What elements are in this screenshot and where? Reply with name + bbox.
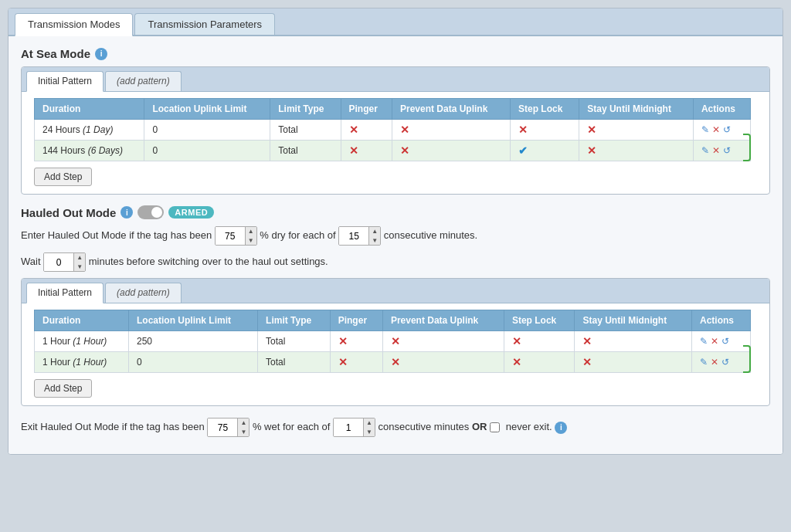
enter-pct-value[interactable] [216, 227, 245, 245]
hauled-out-tab-initial[interactable]: Initial Pattern [26, 283, 104, 303]
never-exit-label: never exit. [506, 421, 552, 432]
exit-minutes-up[interactable]: ▲ [364, 418, 375, 428]
row-prevent-uplink: ✕ [382, 352, 504, 373]
edit-icon[interactable]: ✎ [700, 336, 708, 347]
refresh-icon[interactable]: ↺ [721, 357, 729, 368]
col-uplink-limit: Location Uplink Limit [144, 99, 270, 120]
exit-minutes-input[interactable]: ▲ ▼ [333, 418, 375, 437]
table-row: 24 Hours (1 Day) 0 Total ✕ ✕ ✕ ✕ ✎ [35, 120, 751, 141]
row-limit-type: Total [258, 331, 331, 352]
row-uplink-limit: 0 [144, 141, 270, 161]
at-sea-add-step-button[interactable]: Add Step [34, 168, 92, 186]
row-duration: 24 Hours (1 Day) [35, 120, 144, 141]
exit-text-2: % wet for each of [253, 421, 330, 432]
enter-pct-input[interactable]: ▲ ▼ [215, 226, 257, 246]
row-actions: ✎ ✕ ↺ [691, 331, 750, 352]
row-limit-type: Total [258, 352, 331, 373]
green-bracket [743, 345, 751, 373]
edit-icon[interactable]: ✎ [701, 124, 709, 135]
never-exit-checkbox[interactable] [490, 422, 500, 432]
col-pinger: Pinger [330, 310, 382, 331]
col-step-lock: Step Lock [510, 99, 579, 120]
exit-pct-up[interactable]: ▲ [238, 418, 249, 428]
wait-minutes-input[interactable]: ▲ ▼ [43, 252, 86, 272]
exit-info-icon[interactable]: i [555, 422, 567, 434]
col-uplink-limit: Location Uplink Limit [128, 310, 257, 331]
col-limit-type: Limit Type [270, 99, 341, 120]
wait-minutes-value[interactable] [44, 253, 73, 271]
hauled-out-add-step-button[interactable]: Add Step [34, 379, 92, 398]
tab-transmission-modes[interactable]: Transmission Modes [15, 13, 133, 36]
exit-pct-down[interactable]: ▼ [238, 428, 249, 437]
col-limit-type: Limit Type [258, 310, 331, 331]
wait-minutes-down[interactable]: ▼ [74, 263, 85, 272]
edit-icon[interactable]: ✎ [700, 357, 708, 368]
enter-minutes-value[interactable] [339, 227, 368, 245]
exit-hauled-out-form: Exit Hauled Out Mode if the tag has been… [21, 417, 770, 437]
delete-icon[interactable]: ✕ [712, 145, 720, 156]
row-uplink-limit: 250 [128, 331, 257, 352]
at-sea-info-icon[interactable]: i [95, 48, 107, 60]
col-duration: Duration [35, 310, 129, 331]
enter-text-3: consecutive minutes. [384, 229, 477, 241]
row-stay-midnight: ✕ [579, 120, 694, 141]
refresh-icon[interactable]: ↺ [723, 145, 731, 156]
row-pinger: ✕ [330, 352, 382, 373]
row-duration: 1 Hour (1 Hour) [35, 331, 129, 352]
col-pinger: Pinger [341, 99, 392, 120]
delete-icon[interactable]: ✕ [712, 124, 720, 135]
exit-text-3: consecutive minutes [379, 421, 470, 432]
main-container: Transmission Modes Transmission Paramete… [8, 8, 783, 455]
hauled-out-pattern-card: Initial Pattern (add pattern) Duration L… [21, 278, 770, 406]
hauled-out-tab-add[interactable]: (add pattern) [105, 283, 182, 303]
refresh-icon[interactable]: ↺ [723, 124, 731, 135]
exit-or-label: OR [472, 421, 487, 432]
edit-icon[interactable]: ✎ [701, 145, 709, 156]
hauled-out-info-icon[interactable]: i [121, 206, 133, 219]
refresh-icon[interactable]: ↺ [721, 336, 729, 347]
col-prevent-uplink: Prevent Data Uplink [392, 99, 510, 120]
enter-pct-up[interactable]: ▲ [246, 227, 256, 236]
table-row: 1 Hour (1 Hour) 0 Total ✕ ✕ ✕ ✕ ✎ [35, 352, 751, 373]
hauled-out-table-wrapper: Duration Location Uplink Limit Limit Typ… [22, 310, 769, 373]
exit-minutes-value[interactable] [334, 418, 363, 436]
hauled-out-pattern-tab-bar: Initial Pattern (add pattern) [22, 279, 769, 303]
enter-text-1: Enter Hauled Out Mode if the tag has bee… [21, 229, 212, 241]
col-actions: Actions [693, 99, 750, 120]
hauled-out-table: Duration Location Uplink Limit Limit Typ… [34, 310, 751, 373]
tab-transmission-parameters[interactable]: Transmission Parameters [134, 13, 275, 35]
enter-minutes-up[interactable]: ▲ [369, 227, 380, 236]
delete-icon[interactable]: ✕ [711, 336, 718, 347]
row-duration: 1 Hour (1 Hour) [35, 352, 129, 373]
wait-text-2: minutes before switching over to the hau… [89, 256, 328, 267]
at-sea-bracket-container: Duration Location Uplink Limit Limit Typ… [34, 98, 751, 161]
exit-pct-value[interactable] [208, 418, 237, 436]
exit-pct-input[interactable]: ▲ ▼ [207, 418, 250, 437]
exit-minutes-down[interactable]: ▼ [364, 428, 375, 437]
armed-toggle[interactable] [137, 205, 164, 219]
row-actions: ✎ ✕ ↺ [693, 141, 750, 161]
at-sea-tab-initial[interactable]: Initial Pattern [26, 71, 104, 92]
exit-text-1: Exit Hauled Out Mode if the tag has been [21, 421, 205, 432]
row-actions: ✎ ✕ ↺ [693, 120, 750, 141]
delete-icon[interactable]: ✕ [711, 357, 718, 368]
hauled-out-mode-title: Hauled Out Mode [21, 206, 116, 219]
content-area: At Sea Mode i Initial Pattern (add patte… [8, 36, 783, 454]
enter-hauled-out-form: Enter Hauled Out Mode if the tag has bee… [21, 225, 770, 246]
at-sea-pattern-tab-bar: Initial Pattern (add pattern) [22, 67, 769, 92]
row-pinger: ✕ [341, 120, 392, 141]
row-duration: 144 Hours (6 Days) [35, 141, 144, 161]
enter-minutes-down[interactable]: ▼ [369, 236, 380, 246]
row-stay-midnight: ✕ [575, 331, 692, 352]
row-limit-type: Total [270, 120, 341, 141]
wait-minutes-up[interactable]: ▲ [74, 253, 85, 263]
row-prevent-uplink: ✕ [382, 331, 504, 352]
hauled-out-bracket-container: Duration Location Uplink Limit Limit Typ… [34, 310, 751, 373]
at-sea-mode-section: At Sea Mode i [21, 47, 770, 60]
enter-minutes-input[interactable]: ▲ ▼ [338, 226, 381, 246]
at-sea-tab-add[interactable]: (add pattern) [105, 71, 182, 91]
row-prevent-uplink: ✕ [392, 120, 510, 141]
enter-text-2: % dry for each of [260, 229, 335, 241]
enter-pct-down[interactable]: ▼ [246, 236, 256, 246]
at-sea-table: Duration Location Uplink Limit Limit Typ… [34, 98, 751, 161]
